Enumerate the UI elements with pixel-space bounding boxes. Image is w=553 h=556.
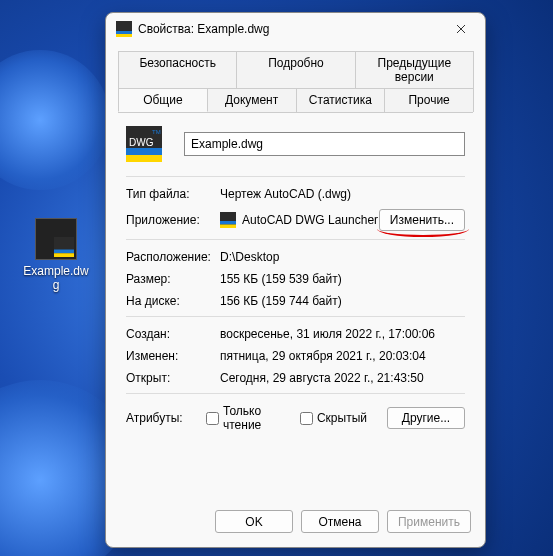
hidden-label: Скрытый — [317, 411, 367, 425]
filename-input[interactable] — [184, 132, 465, 156]
app-name: AutoCAD DWG Launcher — [242, 213, 379, 227]
size-label: Размер: — [126, 272, 220, 286]
hidden-checkbox[interactable] — [300, 412, 313, 425]
svg-rect-1 — [54, 250, 74, 254]
tab-previous-versions[interactable]: Предыдущие версии — [355, 51, 474, 88]
close-icon — [456, 24, 466, 34]
readonly-checkbox[interactable] — [206, 412, 219, 425]
cancel-button[interactable]: Отмена — [301, 510, 379, 533]
desktop-file-label: Example.dwg — [20, 264, 92, 292]
apply-button[interactable]: Применить — [387, 510, 471, 533]
separator — [126, 239, 465, 240]
readonly-checkbox-wrap[interactable]: Только чтение — [206, 404, 290, 432]
created-value: воскресенье, 31 июля 2022 г., 17:00:06 — [220, 327, 435, 341]
accessed-value: Сегодня, 29 августа 2022 г., 21:43:50 — [220, 371, 424, 385]
svg-text:DWG: DWG — [129, 137, 154, 148]
svg-rect-2 — [54, 253, 74, 257]
change-button[interactable]: Изменить... — [379, 209, 465, 231]
separator — [126, 393, 465, 394]
svg-text:TM: TM — [152, 129, 161, 135]
tab-content-general: DWG TM Тип файла: Чертеж AutoCAD (.dwg) … — [106, 112, 485, 500]
change-highlight: Изменить... — [379, 209, 465, 231]
created-label: Создан: — [126, 327, 220, 341]
size-value: 155 КБ (159 539 байт) — [220, 272, 342, 286]
attrs-label: Атрибуты: — [126, 411, 196, 425]
tabs: Безопасность Подробно Предыдущие версии … — [106, 45, 485, 112]
app-icon — [220, 212, 236, 228]
app-label: Приложение: — [126, 213, 220, 227]
dialog-title: Свойства: Example.dwg — [138, 22, 439, 36]
tab-document[interactable]: Документ — [207, 88, 297, 112]
filetype-label: Тип файла: — [126, 187, 220, 201]
dwg-title-icon — [116, 21, 132, 37]
tab-security[interactable]: Безопасность — [118, 51, 237, 88]
hidden-checkbox-wrap[interactable]: Скрытый — [300, 411, 367, 425]
titlebar[interactable]: Свойства: Example.dwg — [106, 13, 485, 45]
ondisk-value: 156 КБ (159 744 байт) — [220, 294, 342, 308]
separator — [126, 176, 465, 177]
file-large-icon: DWG TM — [126, 126, 162, 162]
separator — [126, 316, 465, 317]
dwg-file-icon — [35, 218, 77, 260]
other-attrs-button[interactable]: Другие... — [387, 407, 465, 429]
ondisk-label: На диске: — [126, 294, 220, 308]
tab-statistics[interactable]: Статистика — [296, 88, 386, 112]
location-label: Расположение: — [126, 250, 220, 264]
svg-rect-13 — [220, 225, 236, 229]
desktop-file-icon[interactable]: Example.dwg — [20, 218, 92, 292]
accessed-label: Открыт: — [126, 371, 220, 385]
modified-label: Изменен: — [126, 349, 220, 363]
readonly-label: Только чтение — [223, 404, 290, 432]
svg-rect-8 — [126, 155, 162, 162]
svg-rect-12 — [220, 221, 236, 225]
ok-button[interactable]: OK — [215, 510, 293, 533]
tab-general[interactable]: Общие — [118, 88, 208, 112]
close-button[interactable] — [439, 14, 483, 44]
location-value: D:\Desktop — [220, 250, 279, 264]
filetype-value: Чертеж AutoCAD (.dwg) — [220, 187, 351, 201]
svg-rect-4 — [116, 31, 132, 34]
modified-value: пятница, 29 октября 2021 г., 20:03:04 — [220, 349, 426, 363]
svg-rect-7 — [126, 148, 162, 155]
tab-details[interactable]: Подробно — [236, 51, 355, 88]
dialog-footer: OK Отмена Применить — [106, 500, 485, 547]
properties-dialog: Свойства: Example.dwg Безопасность Подро… — [105, 12, 486, 548]
svg-rect-5 — [116, 34, 132, 37]
tab-other[interactable]: Прочие — [384, 88, 474, 112]
